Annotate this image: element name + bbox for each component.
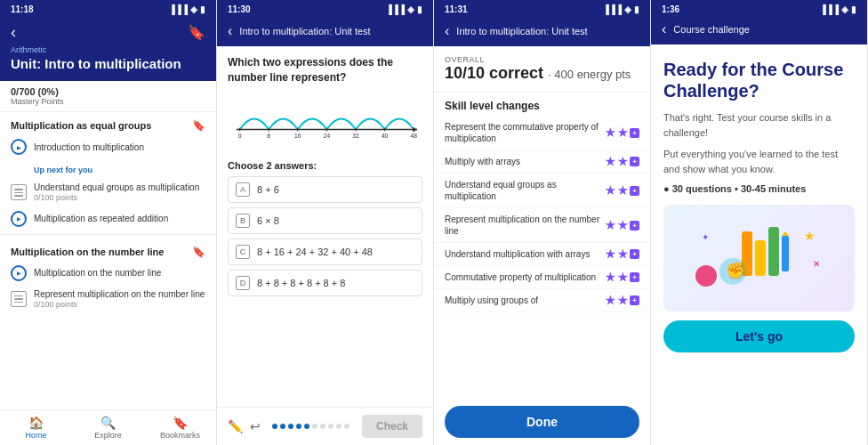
- time-4: 1:36: [662, 4, 679, 14]
- section-equal-groups: Multiplication as equal groups 🔖: [0, 112, 216, 135]
- star-filled-2: [617, 127, 628, 138]
- star-filled-5: [605, 185, 615, 196]
- option-c-label: C: [236, 245, 250, 259]
- svg-rect-18: [755, 240, 766, 276]
- back-button-2[interactable]: ‹: [228, 23, 232, 39]
- lets-go-button[interactable]: Let's go: [663, 320, 855, 352]
- p4-body: Ready for the Course Challenge? That's r…: [651, 44, 867, 445]
- desc-2: Put everything you've learned to the tes…: [663, 147, 855, 176]
- up-next-label: Up next for you: [0, 158, 216, 178]
- star-plus-1: +: [630, 128, 639, 138]
- status-bar-1: 11:18 ▐▐▐ ◈ ▮: [0, 0, 216, 18]
- done-button[interactable]: Done: [445, 406, 639, 438]
- star-plus-5: +: [630, 249, 639, 259]
- skill-commutative-prop: Represent the commutative property of mu…: [434, 116, 650, 150]
- svg-text:✦: ✦: [702, 232, 709, 242]
- star-plus-3: +: [630, 186, 639, 196]
- quiz-tools: ✏️ ↩: [228, 419, 261, 433]
- svg-text:40: 40: [382, 133, 389, 139]
- item-represent-number-line[interactable]: Represent multiplication on the number l…: [0, 285, 216, 314]
- nav-explore[interactable]: 🔍 Explore: [72, 410, 144, 445]
- option-a-text: 8 + 6: [257, 184, 279, 195]
- skill-stars-2: +: [605, 157, 639, 167]
- battery-icon: ▮: [200, 4, 205, 14]
- p3-header: ‹ Intro to multiplication: Unit test: [434, 18, 650, 46]
- skills-list: Represent the commutative property of mu…: [434, 116, 650, 399]
- answer-option-b[interactable]: B 6 × 8: [228, 207, 422, 234]
- star-filled-10: [617, 249, 628, 260]
- results-overall: OVERALL 10/10 correct · 400 energy pts: [434, 46, 650, 93]
- item-repeated-addition[interactable]: Multiplication as repeated addition: [0, 207, 216, 231]
- section-2-bookmark[interactable]: 🔖: [192, 246, 205, 258]
- skill-represent-number-line: Represent multiplication on the number l…: [434, 208, 650, 243]
- p2-header: ‹ Intro to multiplication: Unit test: [217, 18, 433, 46]
- dot-5: [304, 424, 309, 429]
- svg-text:8: 8: [267, 133, 270, 139]
- dot-10: [344, 424, 350, 429]
- back-button-4[interactable]: ‹: [662, 21, 666, 37]
- wifi-icon: ◈: [190, 4, 197, 14]
- item-2-text: Understand equal groups as multiplicatio…: [34, 182, 199, 204]
- skill-multiply-arrays: Multiply with arrays +: [434, 150, 650, 174]
- star-filled-11: [605, 272, 615, 283]
- dot-2: [280, 424, 285, 429]
- skill-groups-of: Multiply using groups of +: [434, 289, 650, 312]
- divider-1: [0, 234, 216, 235]
- item-intro-multiplication[interactable]: Introduction to multiplication: [0, 135, 216, 158]
- item-number-line[interactable]: Multiplication on the number line: [0, 262, 216, 285]
- panel-4: 1:36 ▐▐▐ ◈ ▮ ‹ Course challenge Ready fo…: [651, 0, 868, 445]
- star-filled-7: [605, 220, 615, 231]
- option-b-label: B: [236, 214, 250, 228]
- energy-pts: · 400 energy pts: [548, 68, 631, 81]
- play-icon-3: [11, 265, 27, 281]
- section-1-title: Multiplication as equal groups: [11, 120, 151, 131]
- item-1-text: Introduction to multiplication: [34, 142, 144, 153]
- home-icon: 🏠: [28, 416, 44, 430]
- bottom-nav-1: 🏠 Home 🔍 Explore 🔖 Bookmarks: [0, 409, 216, 445]
- skill-equal-groups: Understand equal groups as multiplicatio…: [434, 174, 650, 208]
- score-text: 10/10 correct: [445, 64, 543, 82]
- bookmarks-icon: 🔖: [173, 416, 188, 430]
- option-b-text: 6 × 8: [257, 215, 279, 226]
- p4-nav-title: Course challenge: [673, 24, 750, 35]
- svg-text:16: 16: [294, 133, 301, 139]
- section-1-bookmark[interactable]: 🔖: [192, 119, 205, 132]
- back-button-3[interactable]: ‹: [445, 23, 449, 39]
- check-button[interactable]: Check: [362, 415, 422, 438]
- panel-1: 11:18 ▐▐▐ ◈ ▮ ‹ 🔖 Arithmetic Unit: Intro…: [0, 0, 217, 445]
- svg-marker-21: [782, 231, 789, 236]
- answer-option-c[interactable]: C 8 + 16 + 24 + 32 + 40 + 48: [228, 239, 422, 265]
- answer-option-a[interactable]: A 8 + 6: [228, 176, 422, 203]
- svg-rect-19: [768, 227, 779, 276]
- dot-9: [336, 424, 342, 429]
- item-5-text: Represent multiplication on the number l…: [34, 288, 205, 311]
- play-icon-2: [11, 211, 27, 227]
- pencil-icon[interactable]: ✏️: [228, 419, 243, 433]
- status-bar-2: 11:30 ▐▐▐ ◈ ▮: [217, 0, 433, 18]
- svg-text:24: 24: [324, 133, 331, 139]
- overall-label: OVERALL: [445, 55, 639, 64]
- progress-dots: [272, 424, 350, 429]
- bookmark-header-icon[interactable]: 🔖: [188, 24, 205, 41]
- category-label: Arithmetic: [11, 45, 205, 54]
- star-filled-1: [605, 127, 615, 138]
- back-button-1[interactable]: ‹: [11, 23, 16, 42]
- star-plus-4: +: [630, 221, 639, 231]
- nav-home[interactable]: 🏠 Home: [0, 410, 72, 445]
- illustration-svg: ★ ✦ ✕ ✊: [688, 214, 831, 303]
- svg-text:32: 32: [352, 133, 359, 139]
- item-equal-groups[interactable]: Understand equal groups as multiplicatio…: [0, 178, 216, 207]
- panel-2: 11:30 ▐▐▐ ◈ ▮ ‹ Intro to multiplication:…: [217, 0, 434, 445]
- option-c-text: 8 + 16 + 24 + 32 + 40 + 48: [257, 247, 373, 257]
- panel-3: 11:31 ▐▐▐ ◈ ▮ ‹ Intro to multiplication:…: [434, 0, 651, 445]
- star-filled-9: [605, 249, 615, 260]
- option-d-text: 8 + 8 + 8 + 8 + 8 + 8: [257, 278, 345, 288]
- svg-text:★: ★: [804, 229, 816, 243]
- undo-icon[interactable]: ↩: [250, 419, 261, 433]
- status-bar-3: 11:31 ▐▐▐ ◈ ▮: [434, 0, 650, 18]
- nav-bookmarks[interactable]: 🔖 Bookmarks: [144, 410, 216, 445]
- doc-icon-1: [11, 184, 27, 200]
- answer-option-d[interactable]: D 8 + 8 + 8 + 8 + 8 + 8: [228, 270, 422, 296]
- option-a-label: A: [236, 182, 250, 197]
- doc-icon-2: [11, 291, 27, 307]
